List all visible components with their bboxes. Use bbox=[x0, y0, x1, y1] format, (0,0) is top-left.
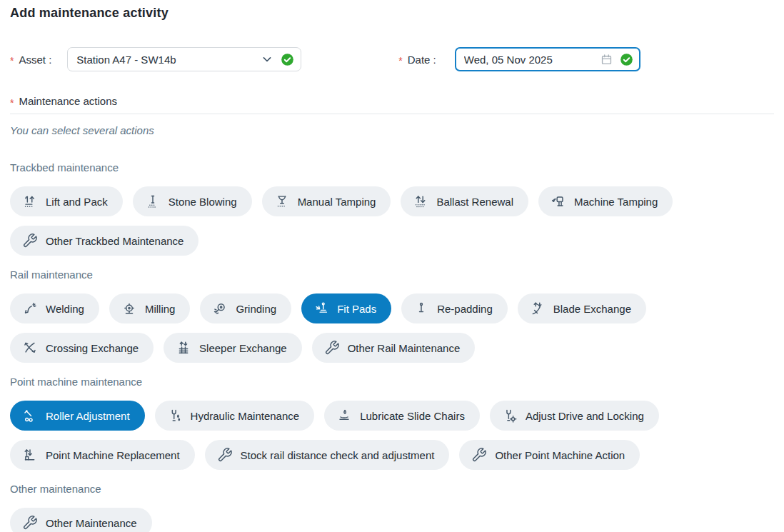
date-input[interactable]: Wed, 05 Nov 2025 bbox=[455, 47, 640, 71]
action-pill-label: Adjust Drive and Locking bbox=[526, 410, 644, 422]
ballast-renewal-icon bbox=[413, 194, 428, 209]
action-pill-label: Crossing Exchange bbox=[46, 342, 139, 354]
action-pill-label: Other Rail Maintenance bbox=[348, 342, 461, 354]
action-pill-re-padding[interactable]: Re-padding bbox=[401, 293, 508, 323]
action-pill-label: Manual Tamping bbox=[298, 196, 376, 208]
action-pill-label: Ballast Renewal bbox=[436, 196, 513, 208]
multi-select-hint: You can select several actions bbox=[10, 124, 774, 136]
manual-tamping-icon bbox=[274, 194, 290, 209]
group-label: Rail maintenance bbox=[10, 268, 774, 281]
required-asterisk: * bbox=[10, 98, 14, 108]
action-pill-hydraulic-maintenance[interactable]: Hydraulic Maintenance bbox=[155, 401, 315, 431]
action-pill-welding[interactable]: Welding bbox=[10, 293, 99, 323]
asset-date-row: * Asset : Station A47 - SW14b * Date : W… bbox=[10, 47, 774, 71]
pill-row: Lift and PackStone BlowingManual Tamping… bbox=[10, 186, 774, 256]
action-pill-machine-tamping[interactable]: Machine Tamping bbox=[538, 186, 673, 216]
stone-blowing-icon bbox=[145, 194, 161, 209]
action-pill-label: Other Point Machine Action bbox=[495, 449, 625, 461]
date-label: Date : bbox=[408, 54, 436, 66]
action-pill-grinding[interactable]: Grinding bbox=[200, 293, 291, 323]
group-rail-maintenance: Rail maintenanceWeldingMillingGrindingFi… bbox=[10, 268, 774, 363]
page-title: Add maintenance activity bbox=[10, 6, 774, 21]
action-pill-label: Lift and Pack bbox=[46, 196, 108, 208]
crossing-exchange-icon bbox=[22, 340, 38, 356]
action-pill-label: Other Trackbed Maintenance bbox=[46, 235, 184, 247]
action-pill-milling[interactable]: Milling bbox=[109, 293, 191, 323]
asset-select[interactable]: Station A47 - SW14b bbox=[67, 47, 301, 71]
blade-exchange-icon bbox=[530, 301, 546, 316]
action-pill-label: Hydraulic Maintenance bbox=[191, 410, 300, 422]
lubricate-slide-chairs-icon bbox=[336, 408, 352, 423]
grinding-icon bbox=[212, 301, 228, 316]
action-pill-label: Point Machine Replacement bbox=[46, 449, 180, 461]
group-label: Trackbed maintenance bbox=[10, 161, 774, 174]
wrench-icon bbox=[22, 515, 38, 531]
action-pill-label: Stone Blowing bbox=[169, 196, 237, 208]
asset-select-value: Station A47 - SW14b bbox=[76, 54, 260, 66]
action-pill-manual-tamping[interactable]: Manual Tamping bbox=[262, 186, 391, 216]
action-groups: Trackbed maintenanceLift and PackStone B… bbox=[10, 161, 774, 532]
action-pill-lubricate-slide-chairs[interactable]: Lubricate Slide Chairs bbox=[324, 401, 480, 431]
action-pill-lift-and-pack[interactable]: Lift and Pack bbox=[10, 186, 123, 216]
required-asterisk: * bbox=[398, 56, 402, 66]
point-machine-replacement-icon bbox=[22, 447, 38, 463]
action-pill-adjust-drive-and-locking[interactable]: Adjust Drive and Locking bbox=[490, 401, 659, 431]
action-pill-label: Other Maintenance bbox=[46, 517, 137, 529]
welding-icon bbox=[22, 301, 38, 316]
action-pill-label: Stock rail distance check and adjustment bbox=[241, 449, 435, 461]
action-pill-other-maintenance[interactable]: Other Maintenance bbox=[10, 508, 152, 532]
action-pill-label: Fit Pads bbox=[337, 303, 376, 315]
pill-row: Roller AdjustmentHydraulic MaintenanceLu… bbox=[10, 401, 774, 470]
hydraulic-maintenance-icon bbox=[167, 408, 183, 423]
asset-field: * Asset : Station A47 - SW14b bbox=[10, 47, 301, 71]
action-pill-stock-rail-distance-check-and-adjustment[interactable]: Stock rail distance check and adjustment bbox=[205, 440, 450, 470]
group-point-machine-maintenance: Point machine maintenanceRoller Adjustme… bbox=[10, 376, 774, 470]
chevron-down-icon[interactable] bbox=[260, 52, 274, 66]
adjust-drive-and-locking-icon bbox=[502, 408, 518, 423]
pill-row: WeldingMillingGrindingFit PadsRe-padding… bbox=[10, 293, 774, 363]
action-pill-label: Re-padding bbox=[437, 303, 493, 315]
group-label: Point machine maintenance bbox=[10, 376, 774, 388]
re-padding-icon bbox=[413, 301, 429, 316]
maintenance-actions-label: Maintenance actions bbox=[19, 95, 117, 107]
action-pill-label: Grinding bbox=[236, 303, 276, 315]
asset-label: Asset : bbox=[19, 54, 51, 66]
action-pill-other-rail-maintenance[interactable]: Other Rail Maintenance bbox=[312, 333, 476, 363]
action-pill-other-trackbed-maintenance[interactable]: Other Trackbed Maintenance bbox=[10, 226, 198, 256]
fit-pads-icon bbox=[313, 301, 329, 316]
wrench-icon bbox=[217, 447, 233, 463]
action-pill-point-machine-replacement[interactable]: Point Machine Replacement bbox=[10, 440, 195, 470]
sleeper-exchange-icon bbox=[176, 340, 191, 356]
action-pill-label: Milling bbox=[145, 303, 176, 315]
action-pill-roller-adjustment[interactable]: Roller Adjustment bbox=[10, 401, 145, 431]
machine-tamping-icon bbox=[551, 194, 566, 209]
group-other-maintenance: Other maintenanceOther Maintenance bbox=[10, 483, 774, 532]
lift-and-pack-icon bbox=[22, 194, 38, 209]
date-field: * Date : Wed, 05 Nov 2025 bbox=[398, 47, 640, 71]
calendar-icon[interactable] bbox=[600, 53, 613, 66]
maintenance-actions-heading: * Maintenance actions bbox=[10, 95, 774, 107]
action-pill-label: Blade Exchange bbox=[553, 303, 631, 315]
action-pill-label: Welding bbox=[46, 303, 84, 315]
action-pill-crossing-exchange[interactable]: Crossing Exchange bbox=[10, 333, 154, 363]
group-trackbed-maintenance: Trackbed maintenanceLift and PackStone B… bbox=[10, 161, 774, 256]
check-circle-icon bbox=[620, 53, 633, 66]
add-maintenance-activity-form: Add maintenance activity * Asset : Stati… bbox=[0, 0, 784, 532]
action-pill-label: Lubricate Slide Chairs bbox=[360, 410, 465, 422]
wrench-icon bbox=[324, 340, 340, 356]
milling-icon bbox=[121, 301, 137, 316]
divider bbox=[10, 114, 774, 114]
action-pill-label: Sleeper Exchange bbox=[199, 342, 287, 354]
action-pill-other-point-machine-action[interactable]: Other Point Machine Action bbox=[459, 440, 640, 470]
action-pill-label: Roller Adjustment bbox=[46, 410, 130, 422]
action-pill-fit-pads[interactable]: Fit Pads bbox=[301, 293, 391, 323]
action-pill-label: Machine Tamping bbox=[574, 196, 658, 208]
required-asterisk: * bbox=[10, 56, 14, 66]
wrench-icon bbox=[22, 233, 38, 249]
check-circle-icon bbox=[281, 53, 294, 66]
action-pill-sleeper-exchange[interactable]: Sleeper Exchange bbox=[164, 333, 302, 363]
action-pill-stone-blowing[interactable]: Stone Blowing bbox=[133, 186, 252, 216]
roller-adjustment-icon bbox=[22, 408, 38, 423]
action-pill-ballast-renewal[interactable]: Ballast Renewal bbox=[401, 186, 528, 216]
action-pill-blade-exchange[interactable]: Blade Exchange bbox=[518, 293, 646, 323]
